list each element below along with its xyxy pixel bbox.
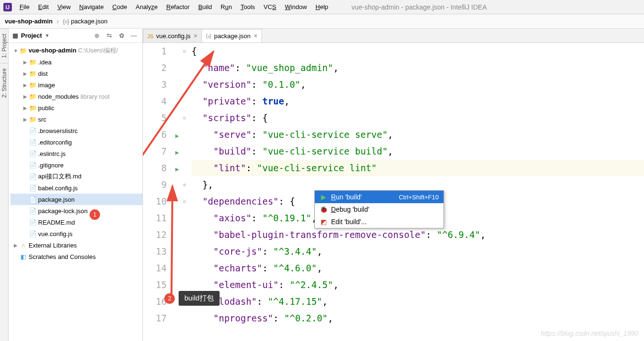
tree-node-public[interactable]: ▶📁public: [10, 102, 142, 114]
main-area: 1: Project 2: Structure ▦ Project ▼ ⊕ ⇆ …: [0, 29, 644, 341]
tree-node-README-md[interactable]: 📄README.md: [10, 217, 142, 228]
play-icon: ▶: [320, 193, 327, 201]
tree-node-vue-config-js[interactable]: 📄vue.config.js: [10, 228, 142, 239]
tab-package-json[interactable]: {₀} package.json ✕: [201, 29, 262, 42]
menu-edit[interactable]: Edit: [34, 3, 53, 10]
editor-pane: JS vue.config.js ✕ {₀} package.json ✕ 12…: [143, 29, 644, 341]
ctx-debug-build[interactable]: 🐞 Debug 'build': [315, 203, 443, 216]
sidebar-header: ▦ Project ▼ ⊕ ⇆ ✿ —: [9, 29, 142, 43]
menu-run[interactable]: Run: [216, 3, 236, 10]
hide-icon[interactable]: —: [129, 32, 139, 39]
left-tool-strip: 1: Project 2: Structure: [0, 29, 9, 341]
edit-icon: ◩: [320, 218, 327, 226]
project-sidebar: ▦ Project ▼ ⊕ ⇆ ✿ — ▼📁 vue-shop-admin C:…: [9, 29, 143, 341]
breadcrumb-file[interactable]: {₀} package.json: [61, 18, 110, 25]
tree-node--editorconfig[interactable]: 📄.editorconfig: [10, 136, 142, 148]
tree-node--gitignore[interactable]: 📄.gitignore: [10, 159, 142, 171]
menu-navigate[interactable]: Navigate: [75, 3, 108, 10]
tree-node-package-json[interactable]: 📄package.json: [10, 194, 142, 205]
bug-icon: 🐞: [320, 206, 327, 213]
close-icon[interactable]: ✕: [193, 33, 198, 39]
breadcrumb: vue-shop-admin › {₀} package.json: [0, 14, 644, 29]
tree-node-image[interactable]: ▶📁image: [10, 79, 142, 91]
menu-build[interactable]: Build: [194, 3, 216, 10]
tree-node-src[interactable]: ▶📁src: [10, 114, 142, 125]
menu-refactor[interactable]: Refactor: [162, 3, 194, 10]
tree-node-dist[interactable]: ▶📁dist: [10, 68, 142, 79]
ctx-run-build[interactable]: ▶ Run 'build' Ctrl+Shift+F10: [315, 191, 443, 203]
annotation-tooltip: build打包: [179, 291, 220, 306]
menu-bar: IJ File Edit View Navigate Code Analyze …: [0, 0, 644, 14]
menu-analyze[interactable]: Analyze: [131, 3, 162, 10]
project-icon: ▦: [12, 32, 18, 39]
annotation-number-2: 2: [164, 293, 175, 304]
annotation-callout-2: 2 build打包: [164, 291, 220, 306]
annotation-callout-1: 1: [90, 209, 100, 220]
json-icon: {₀}: [206, 33, 211, 39]
tree-node-api-----md[interactable]: 📄api接口文档.md: [10, 171, 142, 182]
menu-view[interactable]: View: [53, 3, 75, 10]
tab-vue-config[interactable]: JS vue.config.js ✕: [143, 29, 202, 42]
breadcrumb-project[interactable]: vue-shop-admin: [3, 18, 54, 25]
collapse-icon[interactable]: ⇆: [104, 32, 114, 39]
annotation-number-1: 1: [90, 209, 100, 220]
chevron-down-icon[interactable]: ▼: [45, 33, 50, 38]
menu-tools[interactable]: Tools: [236, 3, 259, 10]
json-icon: {₀}: [63, 18, 70, 25]
close-icon[interactable]: ✕: [253, 33, 258, 39]
tree-node-package-lock-json[interactable]: 📄package-lock.json: [10, 205, 142, 217]
tree-node-node-modules[interactable]: ▶📁node_modules library root: [10, 91, 142, 102]
context-menu: ▶ Run 'build' Ctrl+Shift+F10 🐞 Debug 'bu…: [314, 190, 444, 228]
menu-help[interactable]: Help: [311, 3, 332, 10]
svg-text:IJ: IJ: [6, 5, 10, 10]
tree-external-libraries[interactable]: ▶⑃ External Libraries: [10, 239, 142, 251]
tree-scratches[interactable]: ◧ Scratches and Consoles: [10, 251, 142, 262]
tree-root[interactable]: ▼📁 vue-shop-admin C:\Users\编程/: [10, 45, 142, 56]
project-tree[interactable]: ▼📁 vue-shop-admin C:\Users\编程/ ▶📁.idea▶📁…: [9, 43, 142, 341]
sidebar-title[interactable]: Project: [21, 32, 42, 39]
menu-vcs[interactable]: VCS: [259, 3, 281, 10]
watermark: https://blog.csdn.net/qiushi_1990: [541, 330, 638, 337]
menu-window[interactable]: Window: [281, 3, 311, 10]
tool-tab-structure[interactable]: 2: Structure: [0, 63, 8, 103]
editor-tabs: JS vue.config.js ✕ {₀} package.json ✕: [143, 29, 644, 43]
tree-node--browserslistrc[interactable]: 📄.browserslistrc: [10, 125, 142, 136]
js-icon: JS: [147, 33, 153, 39]
locate-icon[interactable]: ⊕: [92, 32, 101, 39]
menu-code[interactable]: Code: [108, 3, 131, 10]
window-title: vue-shop-admin - package.json - IntelliJ…: [352, 3, 487, 11]
chevron-right-icon: ›: [54, 17, 60, 26]
tool-tab-project[interactable]: 1: Project: [0, 29, 8, 63]
tree-node--idea[interactable]: ▶📁.idea: [10, 56, 142, 68]
gear-icon[interactable]: ✿: [117, 32, 126, 39]
app-logo: IJ: [3, 2, 12, 12]
tree-node--eslintrc-js[interactable]: 📄.eslintrc.js: [10, 148, 142, 159]
menu-file[interactable]: File: [15, 3, 34, 10]
tree-node-babel-config-js[interactable]: 📄babel.config.js: [10, 182, 142, 194]
ctx-edit-build[interactable]: ◩ Edit 'build'...: [315, 216, 443, 228]
